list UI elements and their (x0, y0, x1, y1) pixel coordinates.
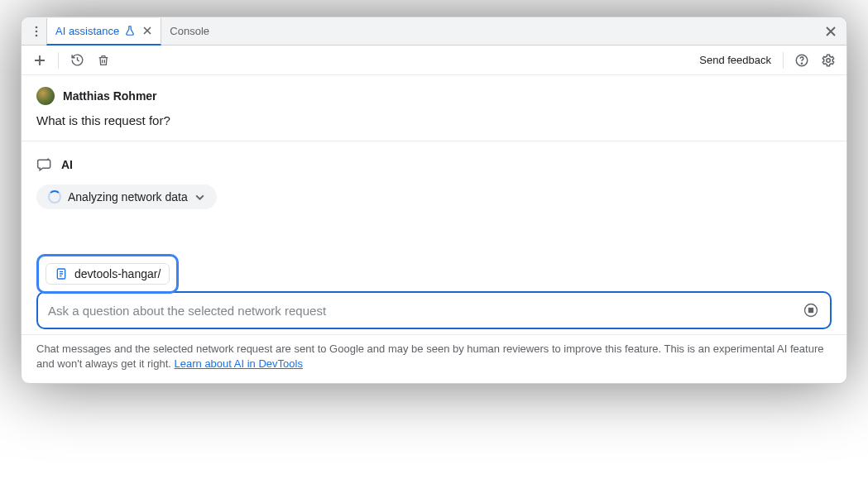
prompt-box (36, 291, 832, 329)
spinner-icon (48, 190, 61, 204)
svg-rect-8 (809, 309, 813, 313)
disclaimer-text: Chat messages and the selected network r… (36, 343, 823, 370)
context-chip-label: devtools-hangar/ (74, 267, 161, 280)
tab-label: AI assistance (55, 25, 119, 37)
ai-status-chip[interactable]: Analyzing network data (36, 184, 217, 209)
learn-more-link[interactable]: Learn about AI in DevTools (175, 357, 303, 370)
tab-console[interactable]: Console (161, 17, 218, 45)
devtools-panel: AI assistance Console Send feedback (21, 17, 847, 384)
toolbar: Send feedback (22, 46, 846, 75)
user-message: What is this request for? (36, 113, 832, 127)
svg-point-5 (827, 58, 831, 62)
delete-button[interactable] (92, 49, 115, 72)
settings-button[interactable] (817, 49, 840, 72)
avatar (36, 87, 55, 105)
flask-icon (124, 25, 136, 36)
more-tabs-button[interactable] (26, 22, 46, 41)
svg-point-0 (36, 26, 38, 28)
divider (22, 141, 846, 141)
svg-point-4 (801, 63, 802, 64)
input-area: devtools-hangar/ (22, 254, 846, 334)
prompt-input[interactable] (48, 304, 794, 318)
chat-thread: Matthias Rohmer What is this request for… (22, 75, 846, 254)
context-chip-highlight: devtools-hangar/ (36, 254, 179, 294)
document-icon (55, 267, 68, 280)
send-feedback-link[interactable]: Send feedback (694, 54, 776, 66)
disclaimer: Chat messages and the selected network r… (22, 334, 846, 383)
svg-point-2 (36, 34, 38, 36)
tab-ai-assistance[interactable]: AI assistance (46, 18, 161, 46)
history-button[interactable] (65, 49, 89, 72)
ai-header: AI (36, 156, 832, 173)
help-button[interactable] (790, 49, 813, 72)
close-tab-button[interactable] (142, 26, 152, 36)
ai-status-text: Analyzing network data (68, 190, 188, 204)
user-header: Matthias Rohmer (36, 87, 832, 105)
new-chat-button[interactable] (28, 49, 51, 72)
tab-bar: AI assistance Console (22, 17, 846, 46)
sparkle-chat-icon (36, 156, 53, 173)
tab-label: Console (170, 25, 209, 37)
stop-button[interactable] (802, 301, 820, 319)
close-panel-button[interactable] (820, 21, 842, 42)
user-name: Matthias Rohmer (63, 89, 157, 103)
context-chip[interactable]: devtools-hangar/ (46, 263, 170, 285)
ai-label: AI (61, 158, 73, 171)
svg-point-1 (36, 30, 38, 32)
chevron-down-icon (194, 192, 205, 203)
